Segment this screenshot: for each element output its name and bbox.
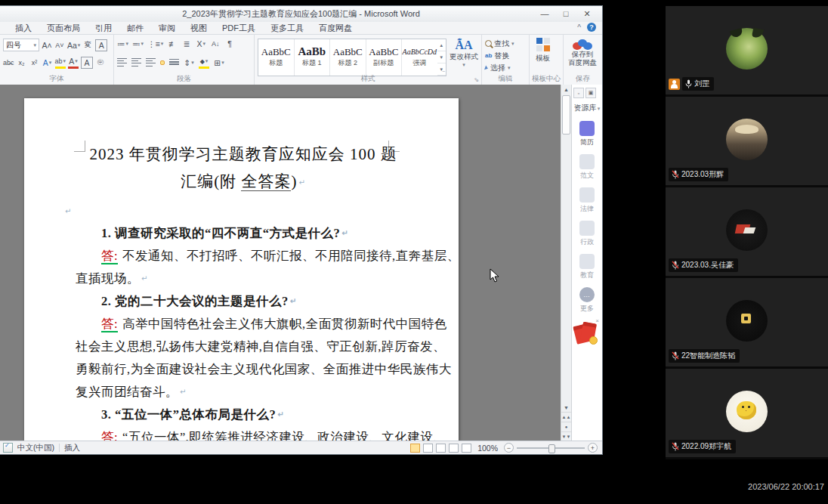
justify-icon[interactable] [160,60,165,65]
tab-more-tools[interactable]: 更多工具 [263,23,311,34]
character-shading-icon[interactable] [81,57,93,69]
highlight-color-icon[interactable] [55,56,66,69]
resource-item-legal[interactable]: 法律 [572,187,602,214]
numbering-icon[interactable] [132,39,144,49]
resource-library-panel: ▫ ▣ 资源库 简历 范文 法律 行政 [571,85,602,441]
participant-tile[interactable]: 22智能制造陈韬 [666,278,828,366]
strikethrough-icon[interactable] [3,57,14,68]
multilevel-list-icon[interactable] [147,39,163,49]
tab-pdf-tools[interactable]: PDF工具 [215,23,263,34]
style-card-title[interactable]: AaBbC 标题 [258,39,295,76]
collapse-ribbon-icon[interactable]: ^ [577,23,581,32]
participant-tile[interactable]: 2022.09郑宇航 [666,369,828,457]
resource-item-samples[interactable]: 范文 [572,154,602,181]
red-envelope-promo[interactable]: × [575,320,598,348]
template-button[interactable]: 模板 [536,38,550,62]
close-button[interactable]: ✕ [576,7,598,20]
zoom-slider-thumb[interactable] [548,444,555,453]
zoom-in-icon[interactable]: + [588,443,598,453]
previous-page-icon[interactable]: ▲▲ [561,412,571,422]
editing-group-label[interactable]: 编辑 [482,74,529,84]
replace-button[interactable]: ab 替换 [485,50,509,61]
gallery-up-icon[interactable]: ▲ [437,39,446,51]
asian-layout-icon[interactable] [196,39,206,49]
resource-item-more[interactable]: … 更多 [572,287,602,314]
tab-review[interactable]: 审阅 [151,23,183,34]
zoom-out-icon[interactable]: − [504,443,514,453]
paragraph-group-label[interactable]: 段落 [114,74,254,84]
minimize-button[interactable]: — [534,7,555,20]
gallery-down-icon[interactable]: ▼ [437,51,446,63]
maximize-button[interactable]: □ [555,7,576,20]
outline-view-icon[interactable] [449,444,459,453]
insert-mode-status[interactable]: 插入 [64,443,80,453]
phonetic-guide-icon[interactable] [82,40,93,51]
templates-group-label[interactable]: 模板中心 [530,74,563,84]
web-layout-view-icon[interactable] [436,444,446,453]
tab-mailings[interactable]: 邮件 [119,23,151,34]
character-border-icon[interactable] [95,39,107,51]
borders-icon[interactable] [214,57,224,68]
document-page[interactable]: 2023 年贯彻学习主题教育应知应会 100 题 汇编(附 全答案)↵ ↵ 1.… [24,98,459,441]
decrease-indent-icon[interactable] [167,39,178,49]
resource-item-admin[interactable]: 行政 [572,221,602,247]
print-layout-view-icon[interactable] [410,444,420,453]
change-case-icon[interactable] [67,40,80,51]
select-button[interactable]: 选择 ▾ [485,62,511,73]
text-effects-icon[interactable] [42,57,53,68]
styles-group-label[interactable]: 样式 [255,74,481,84]
scroll-up-icon[interactable]: ▲ [561,85,571,94]
font-size-dropdown[interactable]: 四号▾ [3,39,39,51]
font-group-label[interactable]: 字体 [0,74,113,84]
close-promo-icon[interactable]: × [595,317,599,324]
vertical-scrollbar[interactable]: ▲ ▼ ▲▲ ● ▼▼ [561,85,571,441]
save-group-label[interactable]: 保存 [564,74,602,84]
subscript-icon[interactable] [17,57,27,68]
resource-item-resume[interactable]: 简历 [572,121,602,147]
participant-tile[interactable]: 2023.03邢辉 [666,97,828,185]
tab-view[interactable]: 视图 [183,23,215,34]
language-status[interactable]: 中文(中国) [17,443,54,453]
titlebar[interactable]: 2_2023年贯彻学习主题教育应知应会100题汇编 - Microsoft Wo… [0,6,602,23]
scrollbar-thumb[interactable] [562,95,570,135]
increase-indent-icon[interactable] [181,39,192,49]
style-card-heading2[interactable]: AaBbC 标题 2 [330,39,366,76]
style-card-heading1[interactable]: AaBb 标题 1 [295,39,331,76]
resource-item-education[interactable]: 教育 [572,254,602,280]
sort-icon[interactable] [210,39,221,49]
align-right-icon[interactable] [146,58,156,66]
help-icon[interactable]: ? [587,23,596,32]
panel-collapse-icon[interactable]: ▫ [573,88,584,98]
superscript-icon[interactable] [29,57,40,68]
tab-insert[interactable]: 插入 [8,23,39,34]
style-card-emphasis[interactable]: AaBbCcDd 强调 [402,39,437,76]
zoom-slider[interactable] [517,447,585,449]
change-style-button[interactable]: A͊A 更改样式 ▾ [450,39,478,79]
line-spacing-icon[interactable] [184,57,194,68]
align-center-icon[interactable] [131,58,141,66]
style-card-subtitle[interactable]: AaBbC 副标题 [366,39,403,76]
draft-view-icon[interactable] [462,444,471,453]
align-left-icon[interactable] [117,58,127,66]
font-color-icon[interactable] [68,56,79,69]
fullscreen-view-icon[interactable] [423,444,433,453]
find-button[interactable]: 查找 ▾ [485,38,514,49]
bullets-icon[interactable] [117,39,128,49]
distribute-icon[interactable] [169,59,179,66]
tab-references[interactable]: 引用 [88,23,119,34]
panel-pin-icon[interactable]: ▣ [585,88,596,98]
tab-page-layout[interactable]: 页面布局 [39,23,88,34]
browse-object-icon[interactable]: ● [561,422,571,431]
participant-tile[interactable]: 2023.03.吴佳豪 [666,187,828,276]
shading-icon[interactable] [199,56,209,69]
enclose-characters-icon[interactable] [95,57,106,68]
zoom-level[interactable]: 100% [477,444,498,453]
resource-panel-title[interactable]: 资源库 [572,103,602,113]
shrink-font-icon[interactable] [54,40,65,51]
spellcheck-icon[interactable] [3,443,13,453]
tab-baidu-netdisk[interactable]: 百度网盘 [311,23,360,34]
participant-tile[interactable]: 刘罡 [666,6,828,94]
show-marks-icon[interactable] [224,39,235,49]
save-to-baidu-button[interactable]: 保存到 百度网盘 [568,38,597,66]
grow-font-icon[interactable] [42,40,52,51]
